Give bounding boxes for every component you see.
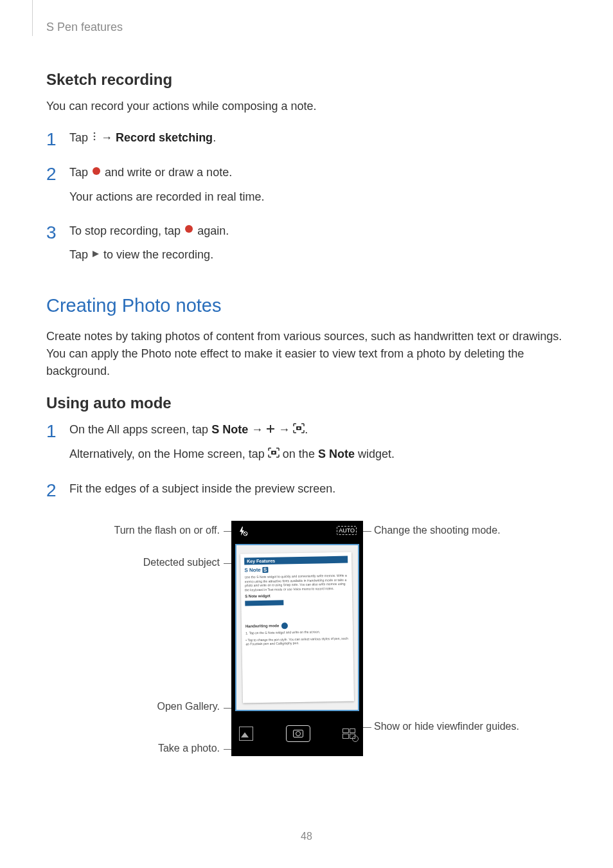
- step-number: 2: [46, 480, 69, 500]
- doc-widget-graphic: [245, 600, 283, 606]
- record-circle-icon: [184, 222, 194, 239]
- doc-header: Key Features: [244, 556, 348, 565]
- gallery-icon: [239, 727, 253, 741]
- svg-point-3: [93, 167, 100, 175]
- shutter-button: [286, 725, 310, 742]
- callout-guides: Show or hide viewfinder guides.: [374, 721, 519, 732]
- callout-mode: Change the shooting mode.: [374, 525, 501, 536]
- photo-heading: Creating Photo notes: [46, 295, 567, 316]
- page-content: Sketch recording You can record your act…: [46, 71, 567, 768]
- sketch-heading: Sketch recording: [46, 71, 567, 89]
- camera-figure: Turn the flash on or off. Detected subje…: [46, 521, 567, 768]
- step-body: Fit the edges of a subject inside the pr…: [69, 480, 567, 504]
- text: Tap: [69, 248, 88, 261]
- callout-subject: Detected subject: [143, 557, 220, 568]
- text: .: [305, 423, 308, 436]
- sketch-intro: You can record your actions while compos…: [46, 98, 567, 115]
- text: widget.: [358, 448, 395, 460]
- phone-screenshot: AUTO Key Features S Note S Use the S Not…: [231, 521, 363, 756]
- svg-point-4: [185, 225, 193, 233]
- page-number: 48: [0, 831, 613, 842]
- arrow: →: [251, 423, 266, 436]
- viewfinder-grid-icon: [342, 728, 355, 739]
- step-body: Tap and write or draw a note. Your actio…: [69, 164, 567, 212]
- callout-flash: Turn the flash on or off.: [114, 525, 220, 536]
- svg-point-2: [94, 138, 96, 140]
- photo-step-1: 1 On the All apps screen, tap S Note → →…: [46, 421, 567, 470]
- auto-mode-heading: Using auto mode: [46, 394, 567, 412]
- doc-text: 1. Tap on the S Note widget and write on…: [245, 629, 349, 635]
- record-sketching-label: Record sketching: [116, 131, 213, 144]
- photo-step-2: 2 Fit the edges of a subject inside the …: [46, 480, 567, 504]
- step-body: On the All apps screen, tap S Note → → .…: [69, 421, 567, 470]
- sketch-step-2: 2 Tap and write or draw a note. Your act…: [46, 164, 567, 212]
- text: On the All apps screen, tap: [69, 423, 211, 436]
- text: Fit the edges of a subject inside the pr…: [69, 480, 567, 498]
- callout-gallery: Open Gallery.: [157, 701, 220, 712]
- text: Tap: [69, 131, 88, 144]
- auto-mode-icon: AUTO: [337, 526, 357, 535]
- text: Alternatively, on the Home screen, tap: [69, 448, 268, 460]
- sketch-step-3: 3 To stop recording, tap again. Tap to v…: [46, 222, 567, 271]
- more-icon: [91, 129, 98, 147]
- camera-frame-icon: [293, 421, 305, 439]
- arrow: →: [278, 423, 293, 436]
- text: Your actions are recorded in real time.: [69, 188, 567, 206]
- plus-icon: [266, 421, 275, 439]
- text: again.: [194, 224, 229, 237]
- page-left-rule: [32, 0, 33, 36]
- camera-frame-icon: [268, 446, 280, 463]
- flash-icon: [238, 526, 248, 538]
- text: .: [213, 131, 216, 144]
- step-body: To stop recording, tap again. Tap to vie…: [69, 222, 567, 271]
- camera-icon: [293, 730, 303, 737]
- arrow: →: [101, 131, 112, 144]
- detected-document: Key Features S Note S Use the S Note wid…: [240, 552, 354, 703]
- svg-point-7: [298, 427, 300, 429]
- svg-point-0: [94, 132, 96, 134]
- callout-photo: Take a photo.: [158, 743, 220, 754]
- text: Tap: [69, 166, 88, 179]
- sketch-step-1: 1 Tap → Record sketching.: [46, 129, 567, 154]
- doc-text: Use the S Note widget to quickly and con…: [245, 573, 348, 592]
- camera-bottom-bar: [233, 714, 362, 754]
- step-number: 1: [46, 421, 69, 440]
- text: and write or draw a note.: [102, 166, 232, 179]
- svg-point-9: [272, 451, 274, 453]
- camera-preview: Key Features S Note S Use the S Note wid…: [235, 544, 359, 711]
- play-triangle-icon: [91, 246, 100, 264]
- s-note-label: S Note: [211, 423, 248, 436]
- text: to view the recording.: [100, 248, 213, 261]
- camera-top-bar: AUTO: [233, 522, 362, 541]
- doc-title: S Note S: [244, 565, 348, 573]
- text: To stop recording, tap: [69, 224, 181, 237]
- record-circle-icon: [91, 164, 102, 181]
- step-number: 2: [46, 164, 69, 183]
- s-note-label: S Note: [318, 448, 355, 460]
- svg-point-1: [94, 135, 96, 137]
- photo-intro: Create notes by taking photos of content…: [46, 328, 567, 380]
- doc-sub: Handwriting mode: [245, 621, 349, 629]
- svg-marker-5: [93, 251, 99, 257]
- text: on the: [283, 448, 318, 460]
- step-body: Tap → Record sketching.: [69, 129, 567, 154]
- step-number: 1: [46, 129, 69, 149]
- step-number: 3: [46, 222, 69, 242]
- doc-sub: S Note widget: [245, 592, 348, 598]
- breadcrumb: S Pen features: [46, 21, 123, 34]
- doc-text: • Tap to change the pen style. You can s…: [245, 636, 349, 646]
